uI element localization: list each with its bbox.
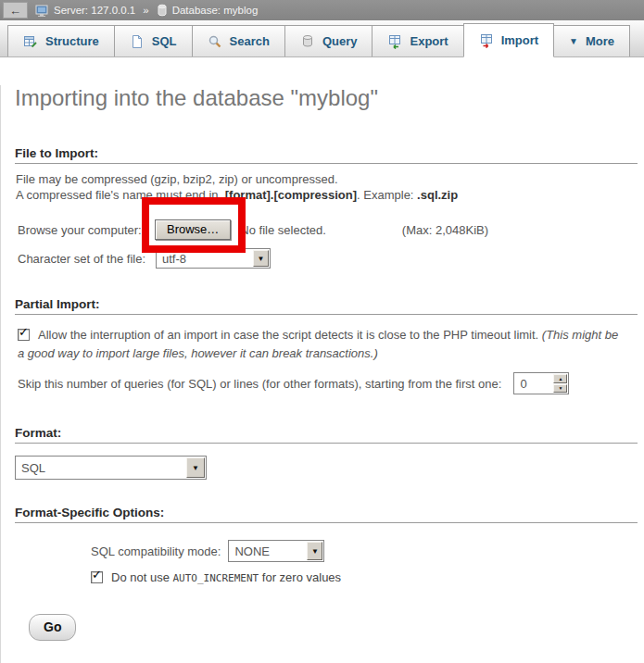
charset-selected-value: utf-8	[162, 252, 186, 266]
charset-select[interactable]: utf-8 ▼	[156, 248, 271, 269]
tab-label: Structure	[45, 34, 99, 48]
section-heading-format: Format:	[15, 426, 638, 444]
breadcrumb-bar: ← Server: 127.0.0.1 » Database: myblog	[0, 0, 644, 20]
tab-sql[interactable]: SQL	[114, 25, 193, 56]
tab-label: SQL	[152, 34, 177, 48]
phpmyadmin-import-page: ← Server: 127.0.0.1 » Database: myblog	[0, 0, 644, 663]
tab-label: More	[586, 34, 614, 48]
tab-import[interactable]: Import	[463, 23, 554, 57]
tab-query[interactable]: Query	[284, 25, 373, 56]
query-icon	[300, 34, 315, 49]
server-icon	[35, 5, 49, 17]
auto-increment-code: AUTO_INCREMENT	[173, 572, 259, 584]
max-upload-size: (Max: 2,048KiB)	[402, 223, 488, 237]
browse-button[interactable]: Browse…	[155, 219, 231, 240]
tab-label: Import	[501, 33, 538, 47]
sql-compat-label: SQL compatibility mode:	[91, 544, 221, 558]
stepper-up-button[interactable]: ▲	[553, 374, 567, 383]
page-title: Importing into the database "myblog"	[15, 85, 644, 111]
export-icon	[387, 34, 402, 49]
compression-info: File may be compressed (gzip, bzip2, zip…	[16, 172, 338, 186]
chevron-down-icon: ▼	[569, 36, 578, 46]
skip-queries-row: Skip this number of queries (for SQL) or…	[18, 372, 644, 394]
breadcrumb-separator: »	[143, 5, 148, 16]
auto-increment-option: ✓ Do not use AUTO_INCREMENT for zero val…	[91, 570, 644, 584]
breadcrumb-database[interactable]: Database: myblog	[172, 5, 259, 16]
tab-structure[interactable]: Structure	[7, 25, 115, 56]
filename-rule-format: .[format].[compression]	[221, 188, 357, 202]
section-heading-file-to-import: File to Import:	[15, 146, 638, 164]
tab-bar: Structure SQL Search Query	[0, 20, 644, 57]
tab-search[interactable]: Search	[192, 25, 285, 56]
sql-icon	[130, 34, 145, 49]
structure-icon	[23, 34, 38, 49]
dropdown-arrow-icon[interactable]: ▼	[307, 542, 322, 560]
file-import-description: File may be compressed (gzip, bzip2, zip…	[16, 171, 630, 203]
tab-label: Query	[322, 34, 358, 48]
allow-interrupt-checkbox[interactable]: ✓	[18, 329, 30, 341]
search-icon	[208, 34, 222, 49]
dropdown-arrow-icon[interactable]: ▼	[253, 250, 269, 267]
stepper-buttons: ▲ ▼	[552, 373, 568, 394]
allow-interrupt-option: ✓Allow the interruption of an import in …	[18, 326, 627, 363]
breadcrumb: Server: 127.0.0.1 » Database: myblog	[35, 4, 258, 17]
filename-rule-prefix: A compressed file's name must end in	[16, 188, 221, 202]
no-file-selected-text: No file selected.	[240, 223, 326, 237]
sql-compat-row: SQL compatibility mode: NONE ▼	[91, 540, 644, 562]
breadcrumb-server[interactable]: Server: 127.0.0.1	[54, 5, 135, 16]
allow-interrupt-text: Allow the interruption of an import in c…	[38, 328, 542, 342]
skip-queries-value[interactable]: 0	[514, 373, 552, 394]
sql-compat-selected-value: NONE	[234, 544, 270, 558]
filename-rule-mid: . Example:	[357, 188, 417, 202]
database-icon	[157, 4, 168, 17]
back-arrow-icon: ←	[9, 4, 21, 18]
charset-row: Character set of the file: utf-8 ▼	[18, 247, 644, 269]
skip-queries-label: Skip this number of queries (for SQL) or…	[18, 377, 501, 391]
charset-label: Character set of the file:	[18, 252, 156, 266]
auto-increment-checkbox[interactable]: ✓	[91, 571, 103, 583]
section-heading-partial-import: Partial Import:	[15, 297, 638, 315]
tab-export[interactable]: Export	[372, 25, 463, 56]
back-arrow-button[interactable]: ←	[3, 2, 28, 19]
import-icon	[479, 33, 494, 48]
check-mark-icon: ✓	[19, 326, 29, 339]
sql-compat-select[interactable]: NONE ▼	[228, 540, 324, 562]
skip-queries-stepper[interactable]: 0 ▲ ▼	[513, 372, 569, 394]
filename-rule-example: .sql.zip	[417, 188, 458, 202]
format-select[interactable]: SQL ▼	[15, 456, 207, 480]
format-selected-value: SQL	[21, 461, 45, 475]
browse-label: Browse your computer:	[18, 223, 155, 237]
browse-row: Browse your computer: Browse… No file se…	[18, 218, 644, 242]
section-heading-format-options: Format-Specific Options:	[15, 506, 638, 523]
auto-increment-text: Do not use AUTO_INCREMENT for zero value…	[111, 570, 341, 584]
import-content: Importing into the database "myblog" Fil…	[0, 85, 644, 663]
tab-more[interactable]: ▼ More	[553, 25, 630, 56]
tab-label: Export	[410, 34, 448, 48]
go-button[interactable]: Go	[29, 614, 76, 641]
dropdown-arrow-icon[interactable]: ▼	[186, 457, 205, 478]
stepper-down-button[interactable]: ▼	[553, 384, 567, 394]
check-mark-icon: ✓	[92, 569, 102, 582]
tab-label: Search	[230, 34, 270, 48]
